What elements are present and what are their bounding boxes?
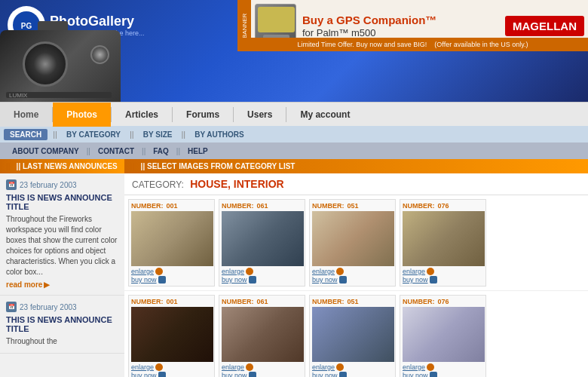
photo-number-1-3: NUMBER: 051 [312, 202, 393, 210]
ad-subline: for Palm™ m500 [302, 27, 501, 38]
buy-btn-2-3[interactable]: buy now [312, 372, 393, 377]
category-value: HOUSE, INTERIOR [190, 178, 283, 190]
photo-actions-1-2: enlarge buy now [222, 268, 302, 284]
enlarge-btn-1-2[interactable]: enlarge [222, 268, 302, 275]
photo-item-2-3: NUMBER: 051 enlarge buy now [309, 295, 396, 377]
news-body-2: Throughout the [6, 336, 118, 347]
contact-link[interactable]: CONTACT [92, 147, 140, 155]
enlarge-icon-2-1 [155, 363, 163, 371]
photo-thumb-2-1[interactable] [131, 307, 213, 362]
search-sep3: || [181, 130, 185, 139]
buy-icon-1-3 [339, 276, 347, 284]
enlarge-btn-1-4[interactable]: enlarge [403, 268, 483, 275]
enlarge-icon-1-1 [155, 268, 163, 275]
svg-text:PG: PG [21, 22, 32, 30]
buy-btn-1-1[interactable]: buy now [131, 276, 212, 284]
news-item-1: 📅 23 february 2003 THIS IS NEWS ANNOUNCE… [0, 173, 124, 296]
buy-icon-1-4 [430, 276, 437, 284]
sidebar-header-bar: || [6, 162, 11, 170]
photo-thumb-1-3[interactable] [312, 211, 394, 266]
nav-photos[interactable]: Photos [53, 103, 111, 127]
photo-actions-1-4: enlarge buy now [403, 268, 483, 284]
ad-offer-bar: Limited Time Offer. Buy now and save BIG… [237, 38, 588, 51]
photo-thumb-1-1[interactable] [131, 211, 213, 266]
buy-btn-1-3[interactable]: buy now [312, 276, 393, 284]
enlarge-icon-1-3 [336, 268, 344, 275]
enlarge-btn-2-1[interactable]: enlarge [131, 363, 212, 371]
photo-item-1-3: NUMBER: 051 enlarge buy now [309, 199, 396, 287]
photo-number-2-2: NUMBER: 061 [222, 298, 302, 305]
nav-users[interactable]: Users [234, 103, 286, 127]
buy-icon-1-1 [158, 276, 166, 284]
photo-thumb-2-4[interactable] [403, 307, 485, 362]
category-bar: CATEGORY: HOUSE, INTERIOR [124, 173, 588, 195]
about-bar: ABOUT COMPANY || CONTACT || FAQ || HELP [0, 143, 588, 159]
by-authors-link[interactable]: BY AUTHORS [191, 129, 248, 140]
search-sep2: || [130, 130, 134, 139]
photo-thumb-1-4[interactable] [403, 211, 485, 266]
enlarge-btn-2-2[interactable]: enlarge [222, 363, 302, 371]
photo-number-2-3: NUMBER: 051 [312, 298, 393, 305]
photo-actions-1-3: enlarge buy now [312, 268, 393, 284]
ad-footnote: (Offer available in the US only.) [434, 41, 528, 48]
enlarge-btn-1-1[interactable]: enlarge [131, 268, 212, 275]
photo-actions-2-2: enlarge buy now [222, 363, 302, 377]
magellan-logo: MAGELLAN [505, 16, 584, 36]
photo-item-2-4: NUMBER: 076 enlarge buy now [400, 295, 486, 377]
buy-icon-2-4 [430, 372, 437, 377]
news-body-1: Throughout the Fireworks workspace you w… [6, 214, 118, 277]
photo-number-2-4: NUMBER: 076 [403, 298, 483, 305]
buy-btn-2-2[interactable]: buy now [222, 372, 302, 377]
photo-number-1-1: NUMBER: 001 [131, 202, 212, 210]
camera-illustration: LUMIX [0, 30, 121, 102]
photo-row-1: NUMBER: 001 enlarge buy now [124, 195, 588, 291]
header: PG PhotoGallery company slogan may be he… [0, 0, 588, 102]
nav-forums[interactable]: Forums [173, 103, 233, 127]
search-sep1: || [53, 130, 57, 139]
ad-text: Buy a GPS Companion™ for Palm™ m500 [302, 14, 501, 38]
photo-item-2-1: NUMBER: 001 enlarge buy now [128, 295, 215, 377]
buy-btn-1-2[interactable]: buy now [222, 276, 302, 284]
buy-btn-2-4[interactable]: buy now [403, 372, 483, 377]
help-link[interactable]: HELP [182, 147, 214, 155]
news-date-1: 📅 23 february 2003 [6, 179, 118, 190]
buy-btn-2-1[interactable]: buy now [131, 372, 212, 377]
read-more-1[interactable]: read more ▶ [6, 280, 118, 289]
by-category-link[interactable]: BY CATEGORY [63, 129, 124, 140]
ad-banner[interactable]: BANNER Buy a GPS Companion™ for Palm™ m5… [237, 0, 588, 51]
sidebar-header-label: || LAST NEWS ANNOUNCES [17, 162, 118, 170]
buy-icon-1-2 [249, 276, 256, 284]
photo-actions-2-1: enlarge buy now [131, 363, 212, 377]
calendar-icon-2: 📅 [6, 302, 17, 312]
about-sep3: || [176, 147, 180, 155]
faq-link[interactable]: FAQ [147, 147, 175, 155]
enlarge-btn-1-3[interactable]: enlarge [312, 268, 393, 275]
sidebar-header: || || LAST NEWS ANNOUNCES [0, 159, 124, 173]
enlarge-btn-2-4[interactable]: enlarge [403, 363, 483, 371]
photo-row-2: NUMBER: 001 enlarge buy now [124, 291, 588, 377]
by-size-link[interactable]: BY SIZE [139, 129, 176, 140]
ad-headline: Buy a GPS Companion™ [302, 14, 501, 27]
main-content: || || SELECT IMAGES FROM CATEGORY LIST C… [124, 159, 588, 377]
photo-thumb-2-3[interactable] [312, 307, 394, 362]
about-sep1: || [87, 147, 90, 155]
photo-thumb-2-2[interactable] [222, 307, 304, 362]
photo-thumb-1-2[interactable] [222, 211, 304, 266]
about-company-link[interactable]: ABOUT COMPANY [6, 147, 85, 155]
enlarge-icon-1-2 [246, 268, 253, 275]
sidebar: || || LAST NEWS ANNOUNCES 📅 23 february … [0, 159, 124, 377]
photo-item-1-2: NUMBER: 061 enlarge buy now [219, 199, 305, 287]
search-button[interactable]: SEARCH [4, 129, 47, 140]
content-area: || || LAST NEWS ANNOUNCES 📅 23 february … [0, 159, 588, 377]
nav-articles[interactable]: Articles [112, 103, 172, 127]
nav-my-account[interactable]: My account [286, 103, 363, 127]
photo-item-1-4: NUMBER: 076 enlarge buy now [400, 199, 486, 287]
enlarge-btn-2-3[interactable]: enlarge [312, 363, 393, 371]
nav-home[interactable]: Home [0, 103, 52, 127]
news-title-1: THIS IS NEWS ANNOUNCE TITLE [6, 193, 118, 211]
enlarge-icon-2-2 [246, 363, 253, 371]
photo-number-1-4: NUMBER: 076 [403, 202, 483, 210]
buy-icon-2-1 [158, 372, 166, 377]
buy-btn-1-4[interactable]: buy now [403, 276, 483, 284]
enlarge-icon-1-4 [427, 268, 434, 275]
